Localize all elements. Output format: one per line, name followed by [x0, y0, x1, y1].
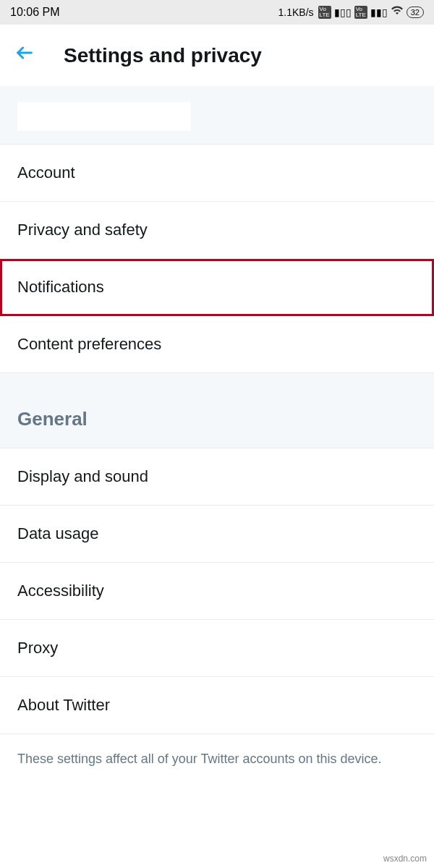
- settings-item-label: Proxy: [17, 639, 58, 657]
- settings-item-label: Display and sound: [17, 467, 148, 485]
- settings-list-general: Display and sound Data usage Accessibili…: [0, 448, 434, 734]
- status-time: 10:06 PM: [10, 6, 59, 19]
- account-info-block: [0, 86, 434, 145]
- wifi-icon: [391, 6, 404, 19]
- signal-icon-1: ▮▯▯: [334, 7, 352, 18]
- settings-item-about-twitter[interactable]: About Twitter: [0, 677, 434, 734]
- section-header-general: General: [0, 373, 434, 448]
- status-data-rate: 1.1KB/s: [278, 7, 314, 18]
- settings-item-label: Privacy and safety: [17, 221, 148, 239]
- status-right: 1.1KB/s VoLTE ▮▯▯ VoLTE ▮▮▯ 32: [278, 6, 424, 19]
- status-bar: 10:06 PM 1.1KB/s VoLTE ▮▯▯ VoLTE ▮▮▯ 32: [0, 0, 434, 25]
- signal-icon-2: ▮▮▯: [370, 7, 388, 18]
- watermark: wsxdn.com: [383, 854, 427, 864]
- settings-item-label: Account: [17, 163, 75, 182]
- settings-item-account[interactable]: Account: [0, 145, 434, 202]
- footer-note: These settings affect all of your Twitte…: [0, 734, 434, 784]
- settings-item-accessibility[interactable]: Accessibility: [0, 563, 434, 620]
- account-placeholder: [17, 102, 191, 131]
- settings-item-content-preferences[interactable]: Content preferences: [0, 316, 434, 373]
- back-arrow-icon[interactable]: [14, 43, 35, 68]
- volte-icon-2: VoLTE: [354, 6, 367, 19]
- settings-item-label: Data usage: [17, 524, 99, 542]
- settings-item-label: Content preferences: [17, 335, 161, 353]
- settings-item-label: Notifications: [17, 278, 104, 296]
- volte-icon-1: VoLTE: [318, 6, 331, 19]
- settings-item-display-sound[interactable]: Display and sound: [0, 448, 434, 506]
- app-header: Settings and privacy: [0, 25, 434, 86]
- settings-item-proxy[interactable]: Proxy: [0, 620, 434, 677]
- settings-item-notifications[interactable]: Notifications: [0, 259, 434, 316]
- settings-item-data-usage[interactable]: Data usage: [0, 506, 434, 563]
- settings-item-privacy[interactable]: Privacy and safety: [0, 202, 434, 259]
- page-title: Settings and privacy: [64, 44, 262, 67]
- settings-item-label: About Twitter: [17, 696, 110, 714]
- battery-icon: 32: [407, 7, 424, 18]
- settings-list-account: Account Privacy and safety Notifications…: [0, 145, 434, 373]
- settings-item-label: Accessibility: [17, 582, 104, 600]
